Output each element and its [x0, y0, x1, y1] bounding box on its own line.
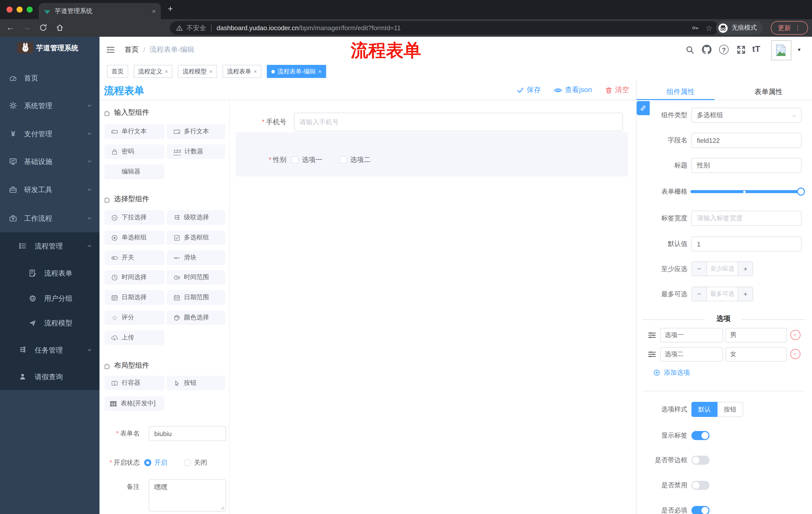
gender-option-1[interactable]: 选项一: [291, 155, 322, 165]
option-2-label-input[interactable]: 选项二: [660, 347, 723, 361]
option-2-value-input[interactable]: 女: [726, 347, 787, 361]
show-label-toggle-on[interactable]: [691, 431, 709, 440]
remove-option-button[interactable]: −: [790, 330, 801, 340]
sidebar-item-user-group[interactable]: 用户分组: [0, 286, 99, 310]
tag-process-definition[interactable]: 流程定义×: [134, 65, 173, 78]
option-1-label-input[interactable]: 选项一: [660, 328, 723, 343]
fullscreen-icon[interactable]: [736, 45, 746, 54]
component-item-checkbox-group[interactable]: 多选框组: [167, 231, 225, 245]
form-name-input[interactable]: biubiu: [149, 426, 226, 441]
default-value-input[interactable]: 1: [691, 236, 802, 251]
drag-handle-icon[interactable]: [648, 331, 656, 340]
tab-close-icon[interactable]: ×: [152, 7, 156, 15]
view-json-button[interactable]: 查看json: [554, 85, 592, 94]
key-icon[interactable]: [691, 24, 699, 32]
home-icon[interactable]: [56, 24, 64, 32]
save-button[interactable]: 保存: [517, 85, 541, 94]
checkbox-icon[interactable]: [291, 156, 298, 163]
component-item-slider[interactable]: 滑块: [167, 250, 225, 265]
search-icon[interactable]: [685, 45, 694, 54]
drag-handle-icon[interactable]: [648, 350, 656, 359]
type-select[interactable]: 多选框组: [691, 108, 802, 123]
text-size-icon[interactable]: tT: [752, 44, 760, 54]
stepper-input[interactable]: 最多可选: [707, 290, 737, 298]
component-item-switch[interactable]: 开关: [105, 250, 164, 265]
window-zoom-button[interactable]: [27, 6, 33, 12]
remove-option-button[interactable]: −: [790, 349, 801, 359]
component-item-select[interactable]: 下拉选择: [105, 210, 164, 225]
stepper-decrease-button[interactable]: −: [692, 262, 707, 276]
sidebar-item-system[interactable]: 系统管理: [0, 93, 99, 118]
sidebar-item-payment[interactable]: ¥ 支付管理: [0, 121, 99, 146]
component-item-password[interactable]: 密码: [105, 144, 164, 159]
component-item-date-range[interactable]: 日期范围: [167, 290, 225, 305]
address-bar[interactable]: 不安全 dashboard.yudao.iocoder.cn/bpm/manag…: [170, 21, 719, 35]
component-item-button[interactable]: 按钮: [167, 376, 225, 390]
phone-field-input[interactable]: 请输入手机号: [294, 113, 623, 131]
status-radio-off[interactable]: 关闭: [184, 455, 207, 470]
style-default-button[interactable]: 默认: [691, 402, 718, 417]
grid-slider-track[interactable]: [690, 190, 804, 193]
tag-process-form-edit[interactable]: 流程表单-编辑×: [267, 65, 326, 78]
tag-close-icon[interactable]: ×: [318, 69, 322, 75]
stepper-input[interactable]: 至少应选: [707, 265, 737, 273]
form-remark-textarea[interactable]: 嘿嘿: [149, 479, 226, 512]
update-button[interactable]: 更新 ⋮: [771, 21, 808, 35]
avatar-caret-down-icon[interactable]: ▼: [797, 47, 802, 52]
component-item-table[interactable]: 表格[开发中]: [105, 396, 164, 411]
new-tab-button[interactable]: +: [168, 4, 173, 14]
sidebar-item-process-management[interactable]: 流程管理: [0, 234, 99, 258]
back-icon[interactable]: ←: [6, 23, 14, 32]
component-item-row-container[interactable]: 行容器: [105, 376, 164, 390]
avatar[interactable]: [771, 40, 791, 60]
status-radio-on[interactable]: 开启: [144, 455, 167, 470]
component-item-color-picker[interactable]: 颜色选择: [167, 310, 225, 325]
disabled-toggle-off[interactable]: [691, 481, 709, 490]
field-name-input[interactable]: field122: [691, 133, 802, 148]
tag-close-icon[interactable]: ×: [209, 69, 212, 75]
resize-handle-icon[interactable]: [221, 506, 225, 510]
browser-tab[interactable]: 芋道管理系统 ×: [39, 3, 161, 19]
clear-button[interactable]: 清空: [605, 85, 629, 94]
tab-component-props[interactable]: 组件属性: [637, 85, 725, 98]
tag-process-form[interactable]: 流程表单×: [223, 65, 262, 78]
form-canvas[interactable]: *手机号 请输入手机号 *性别 选项一 选项二: [230, 100, 636, 514]
browser-menu-kebab-icon[interactable]: ⋮: [794, 24, 801, 32]
reload-icon[interactable]: [39, 24, 47, 32]
sidebar-item-infrastructure[interactable]: 基础设施: [0, 149, 99, 174]
add-option-button[interactable]: 添加选项: [653, 368, 690, 378]
component-item-cascader[interactable]: 级联选择: [167, 210, 225, 225]
stepper-increase-button[interactable]: +: [737, 262, 753, 276]
forward-icon[interactable]: →: [23, 23, 31, 32]
tag-home[interactable]: 首页: [107, 65, 128, 78]
tab-form-props[interactable]: 表单属性: [725, 85, 812, 98]
component-item-textarea[interactable]: 多行文本: [167, 124, 225, 139]
checkbox-icon[interactable]: [340, 156, 347, 163]
component-item-editor[interactable]: 编辑器: [105, 164, 164, 179]
border-toggle-off[interactable]: [691, 456, 709, 465]
title-input[interactable]: 性别: [691, 158, 802, 173]
tag-close-icon[interactable]: ×: [165, 69, 168, 75]
component-item-rate[interactable]: ☆ 评分: [105, 310, 164, 325]
sidebar-item-task-management[interactable]: 任务管理: [0, 338, 99, 362]
component-item-upload[interactable]: 上传: [105, 330, 164, 345]
sidebar-item-devtools[interactable]: 研发工具: [0, 177, 99, 202]
help-icon[interactable]: ?: [719, 45, 729, 54]
breadcrumb-home[interactable]: 首页: [125, 45, 139, 54]
option-1-value-input[interactable]: 男: [726, 328, 787, 343]
tag-process-model[interactable]: 流程模型×: [178, 65, 217, 78]
gender-option-2[interactable]: 选项二: [340, 155, 371, 165]
tag-close-icon[interactable]: ×: [254, 69, 257, 75]
component-item-single-text[interactable]: 单行文本: [105, 124, 164, 139]
stepper-increase-button[interactable]: +: [737, 287, 753, 301]
component-item-date-picker[interactable]: 日期选择: [105, 290, 164, 305]
sidebar-item-workflow[interactable]: 工作流程: [0, 206, 99, 231]
selected-gender-component[interactable]: *性别 选项一 选项二: [236, 132, 628, 177]
component-item-radio-group[interactable]: 单选框组: [105, 231, 164, 245]
window-close-button[interactable]: [6, 6, 12, 12]
sidebar-item-process-form[interactable]: 流程表单: [0, 261, 99, 285]
sidebar-item-process-model[interactable]: 流程模型: [0, 311, 99, 335]
sidebar-item-leave-query[interactable]: 请假查询: [0, 364, 99, 389]
required-toggle-on[interactable]: [691, 506, 709, 514]
style-button-button[interactable]: 按钮: [718, 402, 743, 417]
